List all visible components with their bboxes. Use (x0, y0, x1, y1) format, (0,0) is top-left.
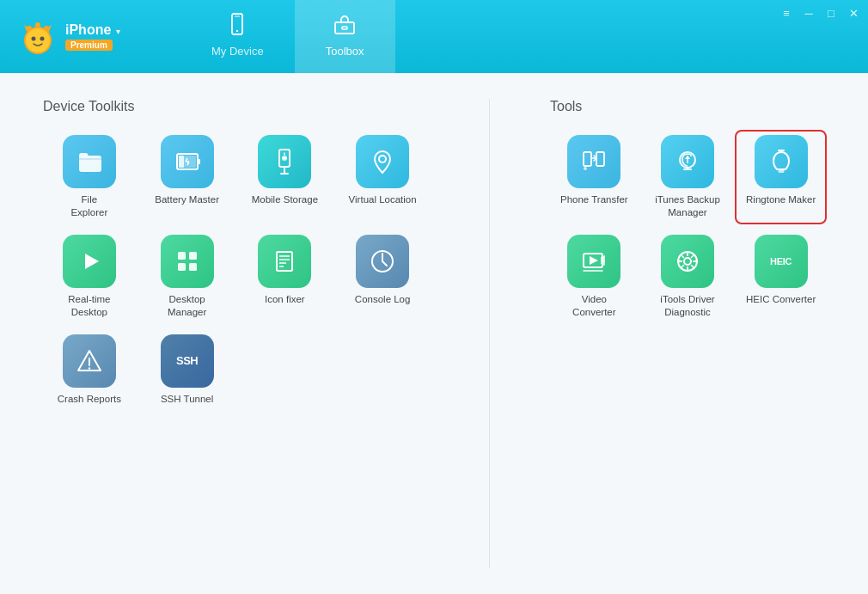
desktop-manager-icon (161, 235, 214, 288)
svg-point-6 (40, 36, 45, 40)
virtual-location-icon (356, 135, 409, 188)
svg-point-11 (236, 30, 238, 32)
app-name: iPhone (65, 22, 111, 38)
tab-my-device[interactable]: My Device (180, 0, 295, 73)
video-converter-label: VideoConverter (572, 293, 616, 319)
tool-file-explorer[interactable]: FileExplorer (43, 132, 136, 223)
mobile-storage-icon (258, 135, 311, 188)
virtual-location-label: Virtual Location (349, 193, 417, 206)
svg-point-8 (35, 22, 40, 28)
tool-icon-fixer[interactable]: Icon fixer (239, 231, 332, 322)
svg-rect-18 (198, 159, 200, 164)
mobile-storage-label: Mobile Storage (252, 193, 318, 206)
svg-rect-42 (596, 152, 604, 166)
crash-reports-label: Crash Reports (58, 393, 121, 406)
svg-rect-41 (584, 152, 591, 166)
realtime-desktop-icon (63, 235, 116, 288)
svg-point-4 (26, 28, 50, 52)
itools-driver-icon (661, 235, 714, 288)
main-content: Device Toolkits FileExplorer (0, 73, 868, 594)
svg-rect-30 (277, 252, 292, 271)
battery-master-icon (161, 135, 214, 188)
svg-rect-29 (189, 263, 197, 271)
premium-badge: Premium (65, 40, 113, 51)
tool-heic-converter[interactable]: HEIC HEIC Converter (737, 231, 825, 322)
tools-section: Tools Phone Transfer (550, 99, 825, 568)
header: iPhone ▾ Premium My Device (0, 0, 868, 73)
svg-marker-49 (601, 255, 605, 266)
svg-point-7 (27, 26, 32, 31)
svg-point-5 (32, 36, 36, 40)
svg-rect-14 (342, 27, 347, 29)
ssh-tunnel-icon: SSH (161, 334, 214, 388)
ringtone-maker-label: Ringtone Maker (746, 193, 816, 206)
tool-realtime-desktop[interactable]: Real-timeDesktop (43, 231, 136, 322)
phone-transfer-label: Phone Transfer (560, 193, 628, 206)
tool-video-converter[interactable]: VideoConverter (550, 231, 639, 322)
svg-point-24 (379, 156, 386, 162)
tool-battery-master[interactable]: Battery Master (141, 132, 234, 223)
phone-transfer-icon (567, 135, 620, 188)
file-explorer-label: FileExplorer (70, 193, 107, 219)
desktop-manager-label: DesktopManager (168, 293, 206, 319)
tool-desktop-manager[interactable]: DesktopManager (141, 231, 234, 322)
ssh-tunnel-label: SSH Tunnel (161, 393, 213, 406)
icon-fixer-icon (258, 235, 311, 288)
svg-point-9 (44, 26, 49, 31)
tool-phone-transfer[interactable]: Phone Transfer (550, 132, 639, 223)
tool-itunes-backup[interactable]: iTunes BackupManager (644, 132, 732, 223)
tools-grid: Phone Transfer iTunes BackupManager (550, 132, 825, 322)
svg-point-53 (684, 258, 691, 265)
svg-marker-50 (590, 256, 598, 265)
svg-rect-28 (178, 263, 186, 271)
tools-title: Tools (550, 99, 825, 114)
svg-point-40 (89, 367, 90, 369)
battery-master-label: Battery Master (155, 193, 219, 206)
svg-rect-27 (189, 252, 197, 260)
tool-mobile-storage[interactable]: Mobile Storage (239, 132, 332, 223)
svg-rect-17 (179, 156, 184, 168)
tab-my-device-label: My Device (211, 45, 264, 58)
app-logo-icon (17, 16, 58, 58)
device-toolkits-grid: FileExplorer Battery Master (43, 132, 429, 409)
tool-ssh-tunnel[interactable]: SSH SSH Tunnel (141, 331, 234, 409)
minimize-button[interactable]: ─ (803, 7, 815, 19)
icon-fixer-label: Icon fixer (265, 293, 305, 306)
svg-point-43 (584, 167, 587, 170)
tab-toolbox[interactable]: Toolbox (295, 0, 395, 73)
svg-line-37 (382, 261, 387, 266)
dropdown-chevron-icon[interactable]: ▾ (116, 27, 120, 36)
file-explorer-icon (63, 135, 116, 188)
nav-tabs: My Device Toolbox (180, 0, 868, 73)
section-divider (489, 99, 490, 568)
tool-itools-driver[interactable]: iTools DriverDiagnostic (644, 231, 732, 322)
logo-area: iPhone ▾ Premium (0, 0, 180, 73)
svg-rect-26 (178, 252, 186, 260)
crash-reports-icon (63, 334, 116, 388)
heic-converter-label: HEIC Converter (746, 293, 816, 306)
toolbox-icon (333, 12, 357, 41)
my-device-icon (225, 12, 249, 41)
maximize-button[interactable]: □ (825, 7, 837, 19)
menu-button[interactable]: ≡ (780, 7, 792, 19)
device-toolkits-title: Device Toolkits (43, 99, 429, 114)
device-toolkits-section: Device Toolkits FileExplorer (43, 99, 429, 568)
console-log-icon (356, 235, 409, 288)
itunes-backup-icon (661, 135, 714, 188)
svg-marker-25 (85, 254, 99, 269)
close-button[interactable]: ✕ (847, 7, 859, 19)
tool-console-log[interactable]: Console Log (336, 231, 429, 322)
svg-rect-12 (235, 16, 240, 17)
tab-toolbox-label: Toolbox (326, 45, 364, 58)
itunes-backup-label: iTunes BackupManager (655, 193, 720, 219)
svg-rect-13 (335, 22, 354, 34)
console-log-label: Console Log (355, 293, 411, 306)
itools-driver-label: iTools DriverDiagnostic (660, 293, 714, 319)
tool-crash-reports[interactable]: Crash Reports (43, 331, 136, 409)
tool-virtual-location[interactable]: Virtual Location (336, 132, 429, 223)
video-converter-icon (567, 235, 620, 288)
tool-ringtone-maker[interactable]: Ringtone Maker (737, 132, 825, 223)
realtime-desktop-label: Real-timeDesktop (68, 293, 110, 319)
heic-converter-icon: HEIC (755, 235, 808, 288)
ringtone-maker-icon (755, 135, 808, 188)
